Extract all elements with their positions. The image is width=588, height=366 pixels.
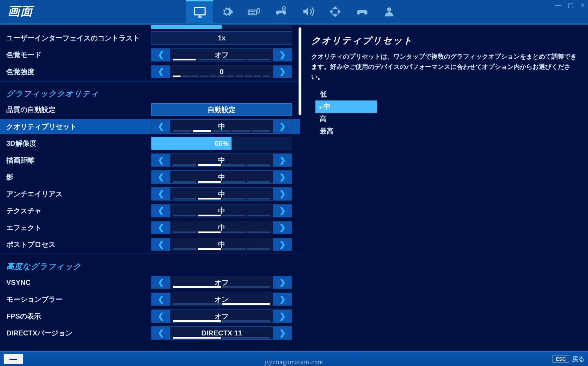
next-arrow[interactable]: ❯ xyxy=(273,204,292,217)
svg-rect-7 xyxy=(257,8,260,13)
row-vsync: VSYNC ❮ オフ ❯ xyxy=(0,275,300,290)
auto-quality-button-wrap: 自動設定 xyxy=(151,103,292,116)
next-arrow[interactable]: ❯ xyxy=(273,221,292,234)
prev-arrow[interactable]: ❮ xyxy=(151,154,170,166)
next-arrow[interactable]: ❯ xyxy=(273,293,292,306)
help-title: クオリティプリセット xyxy=(311,34,579,47)
colorblind-strength-selector: ❮ 0 ❯ xyxy=(151,65,292,78)
footer-minus-button[interactable]: — xyxy=(4,354,23,364)
next-arrow[interactable]: ❯ xyxy=(273,120,292,133)
prev-arrow[interactable]: ❮ xyxy=(151,171,170,183)
prev-arrow[interactable]: ❮ xyxy=(151,310,170,322)
row-colorblind-strength: 色覚強度 ❮ 0 ❯ xyxy=(0,64,300,79)
footer-back[interactable]: ESC 戻る xyxy=(553,355,584,363)
window-minimize[interactable]: — xyxy=(555,1,561,9)
preset-option[interactable]: 中 xyxy=(315,100,377,113)
row-antialias: アンチエイリアス ❮ 中 ❯ xyxy=(0,186,300,202)
ui-contrast-value: 1x xyxy=(218,34,226,41)
divider xyxy=(0,81,300,81)
next-arrow[interactable]: ❯ xyxy=(273,238,292,251)
selector-mid[interactable]: オフ xyxy=(170,48,273,61)
help-panel: クオリティプリセット クオリティのプリセットは、ワンタップで複数のグラフィックオ… xyxy=(302,25,588,351)
svg-point-6 xyxy=(249,13,250,14)
prev-arrow[interactable]: ❮ xyxy=(151,188,170,200)
controller-gear-icon xyxy=(275,5,287,18)
prev-arrow[interactable]: ❮ xyxy=(151,120,170,133)
controller-icon xyxy=(356,5,368,18)
next-arrow[interactable]: ❯ xyxy=(273,65,292,78)
preset-option[interactable]: 高 xyxy=(315,113,579,125)
svg-point-5 xyxy=(254,11,255,12)
header: 画面 — ▢ ✕ xyxy=(0,0,588,25)
tab-display[interactable] xyxy=(186,0,213,23)
back-label: 戻る xyxy=(572,355,584,363)
prev-arrow[interactable]: ❮ xyxy=(151,65,170,78)
label-colorblind-mode: 色覚モード xyxy=(0,50,151,60)
label-3d-resolution: 3D解像度 xyxy=(0,139,151,148)
user-icon xyxy=(383,5,396,18)
tab-audio[interactable] xyxy=(294,0,321,23)
tab-keyboard[interactable] xyxy=(240,0,267,23)
next-arrow[interactable]: ❯ xyxy=(273,171,292,183)
tab-game-settings[interactable] xyxy=(213,0,240,23)
prev-arrow[interactable]: ❮ xyxy=(151,276,170,289)
arrows-icon xyxy=(329,5,341,18)
row-shadows: 影 ❮ 中 ❯ xyxy=(0,169,300,185)
directx-selector: ❮ DIRECTX 11 ❯ xyxy=(151,326,292,340)
gear-icon xyxy=(221,5,233,18)
shadows-selector: ❮ 中 ❯ xyxy=(151,170,292,184)
preset-option[interactable]: 最高 xyxy=(315,125,579,137)
tab-accessibility[interactable] xyxy=(321,0,348,23)
label-quality-preset: クオリティプリセット xyxy=(0,122,151,131)
row-ui-contrast: ユーザーインターフェイスのコントラスト 1x xyxy=(0,30,300,46)
settings-tabbar xyxy=(186,0,403,23)
main-area: ユーザーインターフェイスのコントラスト 1x 色覚モード ❮ オフ ❯ 色覚強度… xyxy=(0,25,588,351)
preset-option-list: 低中高最高 xyxy=(311,88,579,137)
tab-controller[interactable] xyxy=(348,0,375,23)
3d-resolution-value: 66% xyxy=(151,139,292,148)
prev-arrow[interactable]: ❮ xyxy=(151,221,170,234)
next-arrow[interactable]: ❯ xyxy=(273,154,292,166)
audio-icon xyxy=(302,5,314,18)
watermark: jiyunagomataro.com xyxy=(265,359,323,366)
selector-mid[interactable]: 中 xyxy=(170,120,273,133)
row-colorblind-mode: 色覚モード ❮ オフ ❯ xyxy=(0,47,300,63)
prev-arrow[interactable]: ❮ xyxy=(151,327,170,339)
motionblur-selector: ❮ オン ❯ xyxy=(151,293,292,306)
3d-resolution-slider[interactable]: 66% xyxy=(151,137,292,150)
label-ui-contrast: ユーザーインターフェイスのコントラスト xyxy=(0,33,151,43)
next-arrow[interactable]: ❯ xyxy=(273,188,292,200)
section-advanced-graphics: 高度なグラフィック xyxy=(0,256,300,275)
prev-arrow[interactable]: ❮ xyxy=(151,293,170,306)
ui-contrast-value-box[interactable]: 1x xyxy=(151,31,292,45)
monitor-icon xyxy=(194,6,206,19)
tab-account[interactable] xyxy=(375,0,403,23)
next-arrow[interactable]: ❯ xyxy=(273,276,292,289)
prev-arrow[interactable]: ❮ xyxy=(151,238,170,251)
row-view-distance: 描画距離 ❮ 中 ❯ xyxy=(0,152,300,168)
next-arrow[interactable]: ❯ xyxy=(273,327,292,339)
row-3d-resolution: 3D解像度 66% xyxy=(0,136,300,151)
showfps-selector: ❮ オフ ❯ xyxy=(151,309,292,323)
window-maximize[interactable]: ▢ xyxy=(568,1,574,9)
tab-controller-settings[interactable] xyxy=(267,0,294,23)
antialias-selector: ❮ 中 ❯ xyxy=(151,187,292,201)
partial-slider-row xyxy=(151,25,292,29)
preset-option[interactable]: 低 xyxy=(315,88,579,100)
prev-arrow[interactable]: ❮ xyxy=(151,48,170,61)
svg-point-9 xyxy=(283,8,285,9)
selector-mid[interactable]: 0 xyxy=(170,65,273,78)
settings-list: ユーザーインターフェイスのコントラスト 1x 色覚モード ❮ オフ ❯ 色覚強度… xyxy=(0,25,302,351)
prev-arrow[interactable]: ❮ xyxy=(151,204,170,217)
textures-selector: ❮ 中 ❯ xyxy=(151,204,292,217)
next-arrow[interactable]: ❯ xyxy=(273,48,292,61)
row-auto-quality: 品質の自動設定 自動設定 xyxy=(0,102,300,117)
next-arrow[interactable]: ❯ xyxy=(273,310,292,322)
row-showfps: FPSの表示 ❮ オフ ❯ xyxy=(0,308,300,324)
scrollbar[interactable] xyxy=(299,27,301,115)
svg-point-3 xyxy=(251,11,251,12)
help-description: クオリティのプリセットは、ワンタップで複数のグラフィックオプションをまとめて調整… xyxy=(311,52,579,82)
auto-quality-button[interactable]: 自動設定 xyxy=(151,103,292,116)
row-textures: テクスチャ ❮ 中 ❯ xyxy=(0,203,300,218)
window-close[interactable]: ✕ xyxy=(580,1,585,9)
